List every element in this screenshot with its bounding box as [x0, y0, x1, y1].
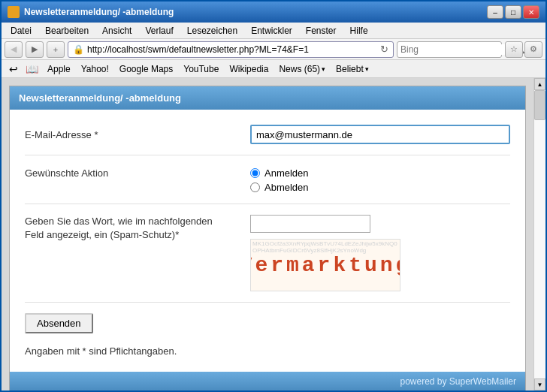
- back-arrow-icon[interactable]: ↩: [6, 62, 21, 77]
- powered-text: powered by SuperWebMailer: [400, 376, 516, 387]
- menu-lesezeichen[interactable]: Lesezeichen: [181, 24, 243, 38]
- spam-label: Geben Sie das Wort, wie im nachfolgenden…: [25, 215, 250, 291]
- radio-unsubscribe-text: Abmelden: [264, 182, 309, 193]
- window-title: Newsletteranmeldung/ -abmeldung: [24, 7, 174, 17]
- bookmark-wikipedia[interactable]: Wikipedia: [225, 62, 273, 76]
- scrollbar-right: ▲ ▼: [533, 78, 545, 390]
- menu-bar: Datei Bearbeiten Ansicht Verlauf Lesezei…: [2, 23, 545, 39]
- forward-button[interactable]: ▶: [26, 41, 44, 58]
- form-container: Newsletteranmeldung/ -abmeldung E-Mail-A…: [9, 86, 526, 390]
- powered-bar: powered by SuperWebMailer: [10, 372, 525, 390]
- action-row: Gewünschte Aktion Anmelden Abmelden: [25, 167, 510, 204]
- menu-datei[interactable]: Datei: [5, 24, 38, 38]
- form-header: Newsletteranmeldung/ -abmeldung: [10, 86, 525, 110]
- refresh-button[interactable]: ↻: [380, 44, 388, 55]
- menu-bearbeiten[interactable]: Bearbeiten: [39, 24, 95, 38]
- menu-fenster[interactable]: Fenster: [300, 24, 343, 38]
- news-dropdown-arrow: ▾: [322, 65, 325, 73]
- add-tab-button[interactable]: +: [47, 41, 65, 58]
- address-bar: 🔒 ↻: [68, 41, 394, 58]
- menu-verlauf[interactable]: Verlauf: [139, 24, 179, 38]
- radio-unsubscribe-label[interactable]: Abmelden: [250, 182, 309, 193]
- browser-window: Newsletteranmeldung/ -abmeldung – □ ✕ Da…: [0, 0, 547, 392]
- captcha-image: MK1GOcf2a3XnRYpqWsBTvU74LdEZeJhijw5x9kNQ…: [250, 239, 400, 291]
- page-content: Newsletteranmeldung/ -abmeldung E-Mail-A…: [2, 78, 533, 390]
- nav-bar: ◀ ▶ + 🔒 ↻ 🔍 ☆ ⚙: [2, 39, 545, 60]
- email-field-container: [250, 125, 510, 144]
- radio-subscribe-label[interactable]: Anmelden: [250, 167, 309, 179]
- menu-hilfe[interactable]: Hilfe: [344, 24, 374, 38]
- bookmark-popular-label: Beliebt: [336, 64, 364, 74]
- bookmark-news-dropdown[interactable]: News (65) ▾: [274, 62, 330, 76]
- bookmark-news-label: News (65): [279, 64, 320, 74]
- email-input[interactable]: [250, 125, 510, 144]
- form-body: E-Mail-Adresse * Gewünschte Aktion Anmel…: [10, 110, 525, 372]
- back-button[interactable]: ◀: [5, 41, 23, 58]
- captcha-input[interactable]: [250, 215, 370, 233]
- popular-dropdown-arrow: ▾: [365, 65, 369, 73]
- nav-extra-buttons: ☆ ⚙: [505, 41, 542, 58]
- address-icon: 🔒: [73, 44, 84, 55]
- title-bar: Newsletteranmeldung/ -abmeldung – □ ✕: [2, 2, 545, 23]
- radio-subscribe-text: Anmelden: [264, 167, 309, 179]
- submit-row: Absenden: [25, 313, 510, 333]
- menu-ansicht[interactable]: Ansicht: [96, 24, 138, 38]
- email-row: E-Mail-Adresse *: [25, 125, 510, 155]
- search-bar: 🔍: [397, 41, 502, 58]
- close-button[interactable]: ✕: [523, 5, 539, 19]
- radio-unsubscribe[interactable]: [250, 182, 260, 192]
- browser-icon: [8, 6, 20, 18]
- scrollbar-track[interactable]: [534, 90, 545, 378]
- bookmark-googlemaps[interactable]: Google Maps: [115, 62, 177, 76]
- spam-field: MK1GOcf2a3XnRYpqWsBTvU74LdEZeJhijw5x9kNQ…: [250, 215, 510, 291]
- radio-group: Anmelden Abmelden: [250, 167, 309, 193]
- spam-row: Geben Sie das Wort, wie im nachfolgenden…: [25, 215, 510, 291]
- bookmarks-icon[interactable]: 📖: [23, 62, 41, 77]
- scroll-up-button[interactable]: ▲: [534, 78, 545, 90]
- maximize-button[interactable]: □: [505, 5, 521, 19]
- browser-content: Newsletteranmeldung/ -abmeldung E-Mail-A…: [2, 78, 545, 390]
- action-label: Gewünschte Aktion: [25, 167, 250, 193]
- bookmarks-bar: ↩ 📖 Apple Yahoo! Google Maps YouTube Wik…: [2, 60, 545, 78]
- submit-button[interactable]: Absenden: [25, 313, 93, 333]
- address-input[interactable]: [87, 44, 377, 55]
- menu-entwickler[interactable]: Entwickler: [245, 24, 298, 38]
- window-controls: – □ ✕: [487, 5, 539, 19]
- bookmark-youtube[interactable]: YouTube: [179, 62, 223, 76]
- search-input[interactable]: [400, 44, 513, 55]
- scrollbar-thumb[interactable]: [534, 90, 545, 120]
- title-bar-left: Newsletteranmeldung/ -abmeldung: [8, 6, 174, 18]
- scroll-down-button[interactable]: ▼: [534, 378, 545, 390]
- separator: [25, 302, 510, 303]
- bookmark-apple[interactable]: Apple: [43, 62, 75, 76]
- form-title: Newsletteranmeldung/ -abmeldung: [19, 92, 181, 104]
- minimize-button[interactable]: –: [487, 5, 503, 19]
- bookmark-yahoo[interactable]: Yahoo!: [77, 62, 113, 76]
- info-text: Angaben mit * sind Pflichtangaben.: [25, 345, 510, 357]
- radio-subscribe[interactable]: [250, 168, 260, 178]
- bookmark-star-button[interactable]: ☆: [505, 41, 523, 58]
- settings-button[interactable]: ⚙: [524, 41, 542, 58]
- captcha-text: Vermarktung: [250, 254, 400, 277]
- email-label: E-Mail-Adresse *: [25, 129, 250, 140]
- bookmark-popular-dropdown[interactable]: Beliebt ▾: [331, 62, 373, 76]
